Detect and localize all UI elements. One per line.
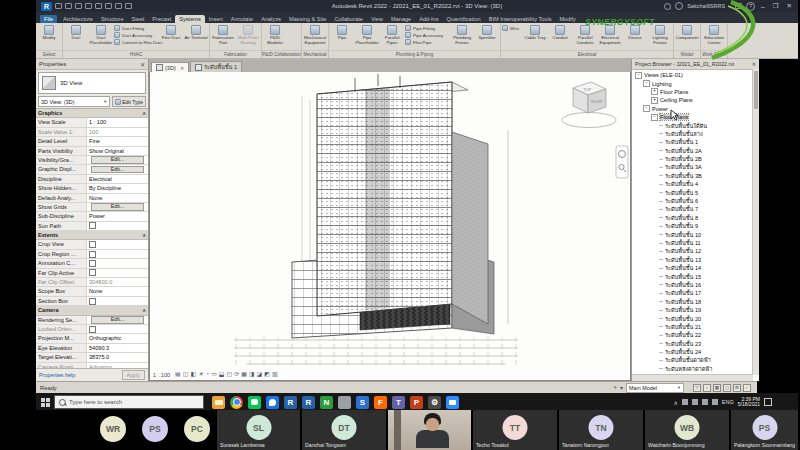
- checkbox[interactable]: [89, 260, 96, 267]
- ribbon-tab-bim-interoperability-tools[interactable]: BIM Interoperability Tools: [485, 15, 556, 23]
- tree-item-2b[interactable]: ระดับพื้นชั้น 2B: [632, 155, 759, 163]
- participant-tile-watcharin-boonjumnong[interactable]: WBWatcharin Boonjumnong: [645, 410, 731, 450]
- participant-avatar-pc[interactable]: PC: [184, 416, 210, 442]
- tree-item-3b[interactable]: ระดับพื้นชั้น 3B: [632, 172, 759, 180]
- ribbon-tab-view[interactable]: View: [367, 15, 387, 23]
- ribbon-button-pipe-fitting[interactable]: Pipe Fitting: [405, 25, 449, 31]
- checkbox[interactable]: [89, 298, 96, 305]
- restore-button[interactable]: ❐: [771, 2, 781, 10]
- properties-close-icon[interactable]: ✕: [140, 61, 145, 68]
- tree-expand-icon[interactable]: −: [643, 80, 650, 87]
- edit-button[interactable]: Edit...: [91, 166, 144, 174]
- tree-item-level-6[interactable]: ระดับพื้นชั้นใต้ดิน: [632, 121, 759, 129]
- sun-path-icon[interactable]: ☀: [198, 371, 203, 378]
- edit-button[interactable]: Edit...: [91, 203, 144, 211]
- print-icon[interactable]: [95, 3, 102, 9]
- tray-expand-icon[interactable]: ∧: [673, 399, 677, 406]
- filter-icon[interactable]: ▽: [693, 384, 701, 392]
- ribbon-button-electrical-equipment[interactable]: Electrical Equipment: [598, 24, 622, 50]
- tree-item-19[interactable]: ระดับพื้นชั้น 19: [632, 306, 759, 314]
- property-value[interactable]: Orthographic: [87, 334, 148, 342]
- tree-item-8[interactable]: ระดับพื้นชั้น 8: [632, 214, 759, 222]
- section-box-icon[interactable]: ⟳: [234, 371, 239, 378]
- tree-item-10[interactable]: ระดับพื้นชั้น 10: [632, 230, 759, 238]
- property-value[interactable]: 54090.3: [87, 344, 148, 352]
- start-button[interactable]: [36, 393, 54, 411]
- properties-section-graphics[interactable]: Graphics∧: [36, 109, 148, 118]
- tree-item-24[interactable]: ระดับพื้นชั้น 24: [632, 348, 759, 356]
- taskbar-app-chrome[interactable]: [230, 396, 243, 409]
- ribbon-button-duct[interactable]: Duct: [64, 24, 88, 50]
- taskbar-app-teams[interactable]: T: [392, 396, 405, 409]
- ribbon-button-pipe-placeholder[interactable]: Pipe Placeholder: [355, 24, 379, 50]
- tree-item-4[interactable]: ระดับพื้นชั้น 4: [632, 180, 759, 188]
- ribbon-button-lighting-fixture[interactable]: Lighting Fixture: [648, 24, 672, 50]
- property-value[interactable]: None: [87, 194, 148, 202]
- undo-icon[interactable]: [75, 3, 82, 9]
- ribbon-button-convert-to-flex-duct[interactable]: Convert to Flex Duct: [114, 39, 158, 45]
- analysis-icon[interactable]: ◪: [257, 371, 263, 378]
- checkbox[interactable]: [89, 222, 96, 229]
- tree-item-22[interactable]: ระดับพื้นชั้น 22: [632, 331, 759, 339]
- ribbon-button-pipe[interactable]: Pipe: [330, 24, 354, 50]
- sync-icon[interactable]: [115, 3, 122, 9]
- participant-tile-danchai-tongsom[interactable]: DTDanchai Tongsom: [302, 410, 388, 450]
- ribbon-tab-insert[interactable]: Insert: [205, 15, 227, 23]
- tree-item-18[interactable]: ระดับพื้นชั้น 18: [632, 298, 759, 306]
- ribbon-tab-precast[interactable]: Precast: [148, 15, 175, 23]
- signed-in-user[interactable]: Sakchai9SRRS: [687, 3, 725, 9]
- checkbox[interactable]: [89, 251, 96, 258]
- ribbon-button-flex-pipe[interactable]: Flex Pipe: [405, 39, 449, 45]
- view-scale-control[interactable]: 1 : 100: [153, 372, 170, 378]
- taskbar-app-powerpoint[interactable]: P: [410, 396, 423, 409]
- ribbon-button-conduit[interactable]: Conduit: [548, 24, 572, 50]
- ribbon-tab-analyze[interactable]: Analyze: [257, 15, 285, 23]
- shadows-icon[interactable]: ◔: [206, 371, 210, 378]
- tree-item-power[interactable]: −Power: [632, 105, 759, 113]
- default-3d-view-icon[interactable]: [125, 3, 132, 9]
- tree-item-views-ele-01[interactable]: −Views (ELE-01): [632, 71, 759, 79]
- property-value[interactable]: 100: [87, 128, 148, 136]
- tree-item-2a[interactable]: ระดับพื้นชั้น 2A: [632, 147, 759, 155]
- minimize-button[interactable]: –: [759, 3, 767, 10]
- tree-item-9[interactable]: ระดับพื้นชั้น 9: [632, 222, 759, 230]
- ribbon-button-component[interactable]: Component: [675, 24, 699, 50]
- tree-expand-icon[interactable]: −: [643, 105, 650, 112]
- edit-button[interactable]: Edit...: [91, 156, 144, 164]
- select-pinned-icon[interactable]: ◻: [723, 384, 731, 392]
- property-value[interactable]: 38375.0: [87, 353, 148, 361]
- ribbon-button-pipe-accessory[interactable]: Pipe Accessory: [405, 32, 449, 38]
- tree-item-16[interactable]: ระดับพื้นชั้น 16: [632, 281, 759, 289]
- app-store-icon[interactable]: [735, 3, 742, 9]
- ribbon-tab-modify[interactable]: Modify: [555, 15, 579, 23]
- tree-expand-icon[interactable]: −: [635, 72, 642, 79]
- edit-type-button[interactable]: Edit Type: [112, 96, 146, 107]
- ribbon-tab-quantification[interactable]: Quantification: [443, 15, 485, 23]
- ribbon-button-cable-tray[interactable]: Cable Tray: [523, 24, 547, 50]
- save-icon[interactable]: [65, 3, 72, 9]
- taskbar-app-line[interactable]: [248, 396, 261, 409]
- tree-item-7[interactable]: ระดับพื้นชั้น 7: [632, 205, 759, 213]
- property-value[interactable]: 1 : 100: [87, 118, 148, 126]
- taskbar-search[interactable]: Type here to search: [54, 395, 204, 409]
- browser-scrollbar[interactable]: [752, 69, 759, 375]
- tree-item-ceiling-plans[interactable]: +Ceiling Plans: [632, 96, 759, 104]
- ribbon-tab-file[interactable]: File: [40, 15, 57, 23]
- ribbon-tab-architecture[interactable]: Architecture: [59, 15, 97, 23]
- tree-item-17[interactable]: ระดับพื้นชั้น 17: [632, 289, 759, 297]
- taskbar-app-navisworks[interactable]: N: [320, 396, 333, 409]
- ribbon-tab-massing-site[interactable]: Massing & Site: [285, 15, 330, 23]
- language-indicator[interactable]: ENG: [722, 399, 734, 405]
- tree-expand-icon[interactable]: +: [651, 97, 658, 104]
- properties-section-camera[interactable]: Camera∧: [36, 306, 148, 315]
- tree-item-12[interactable]: ระดับพื้นชั้น 12: [632, 247, 759, 255]
- worksharing-icon[interactable]: ⌖: [614, 384, 617, 391]
- tree-item-level-35[interactable]: ระดับหลังคาดาดฟ้า: [632, 365, 759, 373]
- action-center-icon[interactable]: [764, 398, 772, 406]
- measure-icon[interactable]: [105, 3, 112, 9]
- view-tab-1[interactable]: ระดับพื้นชั้น 1: [190, 61, 242, 72]
- properties-section-extents[interactable]: Extents∧: [36, 231, 148, 240]
- properties-help-link[interactable]: Properties help: [39, 372, 75, 378]
- view-selector-dropdown[interactable]: 3D View: (3D) ▼: [38, 96, 110, 107]
- ribbon-button-education-center[interactable]: Education Center: [702, 24, 726, 50]
